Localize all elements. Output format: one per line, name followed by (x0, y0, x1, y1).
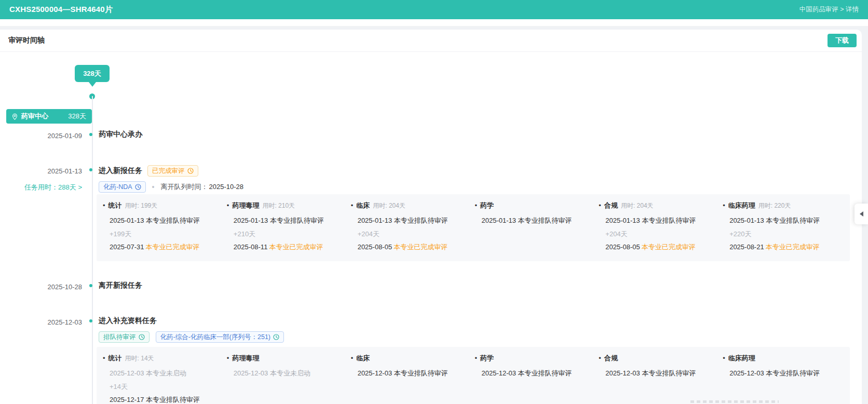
event-title: 进入新报任务 (99, 166, 142, 176)
specialty-header: 统计用时: 199天 (103, 201, 222, 210)
specialty-duration: 用时: 210天 (262, 201, 295, 210)
specialty-column: 药理毒理 2025-12-03 本专业未启动 (227, 354, 351, 404)
specialty-name: 临床 (356, 354, 370, 363)
event-node-icon (89, 168, 92, 171)
specialty-status: 2025-01-13 本专业排队待审评 (103, 216, 222, 225)
specialty-header: 合规用时: 204天 (599, 201, 717, 210)
event-title: 进入补充资料任务 (99, 316, 157, 326)
specialty-header: 临床用时: 204天 (351, 201, 470, 210)
specialty-delta-days: +204天 (351, 230, 470, 239)
queue-status-badge[interactable]: 排队待审评 (99, 331, 150, 343)
specialty-duration: 用时: 199天 (125, 201, 158, 210)
event-date: 2025-10-28 (0, 283, 82, 291)
specialty-delta-days: +220天 (723, 230, 842, 239)
clock-icon (187, 168, 194, 174)
specialty-name: 临床药理 (728, 354, 755, 363)
event-date: 2025-01-09 (0, 132, 82, 140)
specialty-delta-days: +210天 (227, 230, 346, 239)
leave-queue-time: 离开队列时间：2025-10-28 (160, 182, 243, 192)
specialty-delta-days: +14天 (103, 382, 222, 392)
clock-icon (273, 334, 279, 340)
specialty-status-done: 2025-08-05本专业已完成审评 (351, 243, 470, 252)
specialty-grid: 统计用时: 14天 2025-12-03 本专业未启动 +14天 2025-12… (97, 347, 850, 404)
event-node-icon (89, 319, 92, 322)
type-tag-badge[interactable]: 化药-NDA (99, 181, 146, 193)
specialty-grid: 统计用时: 199天 2025-01-13 本专业排队待审评 +199天 202… (97, 194, 850, 261)
specialty-status-done: 2025-08-05本专业已完成审评 (599, 243, 717, 252)
specialty-status: 2025-12-03 本专业排队待审评 (351, 369, 470, 378)
event-date: 2025-12-03 (0, 318, 82, 326)
specialty-header: 药理毒理用时: 210天 (227, 201, 346, 210)
specialty-column: 药理毒理用时: 210天 2025-01-13 本专业排队待审评 +210天 2… (227, 201, 351, 256)
review-center-badge: 药审中心 328天 (6, 109, 92, 124)
specialty-duration: 用时: 204天 (621, 201, 654, 210)
collapse-panel-tab[interactable] (855, 204, 868, 224)
specialty-status: 2025-12-03 本专业排队待审评 (474, 369, 593, 378)
specialty-status: 2025-01-13 本专业排队待审评 (474, 216, 593, 225)
specialty-status-done: 2025-07-31本专业已完成审评 (103, 243, 222, 252)
specialty-header: 药学 (474, 354, 593, 363)
specialty-column: 药学 2025-01-13 本专业排队待审评 (474, 201, 599, 256)
timeline-panel: 审评时间轴 下载 328天 药审中心 328天 2025-01-09 药审中心承… (0, 30, 862, 404)
specialty-header: 临床药理 (723, 354, 842, 363)
collapse-left-arrow-icon (860, 211, 863, 217)
event-title: 药审中心承办 (99, 130, 142, 139)
specialty-column: 统计用时: 14天 2025-12-03 本专业未启动 +14天 2025-12… (103, 354, 227, 404)
specialty-delta-days: +204天 (599, 230, 717, 239)
event-tags-row: 排队待审评 化药-综合-化药临床一部(序列号：251) (99, 331, 284, 343)
specialty-name: 统计 (108, 354, 122, 363)
specialty-status: 2025-01-13 本专业排队待审评 (599, 216, 717, 225)
task-duration-link[interactable]: 任务用时：288天 > (0, 183, 82, 192)
specialty-status: 2025-12-03 本专业未启动 (227, 369, 346, 378)
specialty-header: 药学 (474, 201, 593, 210)
specialty-status: 2025-12-03 本专业排队待审评 (723, 369, 842, 378)
specialty-delta-days: +199天 (103, 230, 222, 239)
specialty-status-done: 2025-08-21本专业已完成审评 (723, 243, 842, 252)
specialty-name: 临床 (356, 201, 370, 210)
specialty-column: 临床药理用时: 220天 2025-01-13 本专业排队待审评 +220天 2… (723, 201, 847, 256)
specialty-column: 统计用时: 199天 2025-01-13 本专业排队待审评 +199天 202… (103, 201, 227, 256)
specialty-status: 2025-12-17 本专业排队待审评 (103, 395, 222, 404)
specialty-status: 2025-01-13 本专业排队待审评 (227, 216, 346, 225)
top-header-bar: CXHS2500004—SHR4640片 中国药品审评 > 详情 (0, 0, 868, 19)
specialty-duration: 用时: 220天 (758, 201, 791, 210)
watermark (690, 400, 779, 403)
specialty-status: 2025-01-13 本专业排队待审评 (723, 216, 842, 225)
specialty-duration: 用时: 14天 (125, 354, 154, 363)
specialty-name: 临床药理 (728, 201, 755, 210)
panel-toolbar: 审评时间轴 下载 (0, 30, 862, 52)
specialty-header: 合规 (599, 354, 717, 363)
specialty-column: 合规用时: 204天 2025-01-13 本专业排队待审评 +204天 202… (599, 201, 723, 256)
specialty-header: 临床药理用时: 220天 (723, 201, 842, 210)
event-node-icon (89, 284, 92, 287)
specialty-header: 临床 (351, 354, 470, 363)
specialty-header: 统计用时: 14天 (103, 354, 222, 363)
download-button[interactable]: 下载 (828, 34, 857, 47)
specialty-name: 药学 (480, 201, 494, 210)
specialty-status: 2025-12-03 本专业排队待审评 (599, 369, 717, 378)
event-date: 2025-01-13 (0, 167, 82, 175)
specialty-column: 临床药理 2025-12-03 本专业排队待审评 (723, 354, 847, 404)
specialty-column: 临床 2025-12-03 本专业排队待审评 (351, 354, 475, 404)
review-center-days: 328天 (68, 112, 86, 121)
specialty-name: 合规 (604, 354, 618, 363)
specialty-column: 合规 2025-12-03 本专业排队待审评 (599, 354, 723, 404)
specialty-duration: 用时: 204天 (373, 201, 405, 210)
status-badge-completed[interactable]: 已完成审评 (147, 165, 198, 177)
specialty-column: 药学 2025-12-03 本专业排队待审评 (474, 354, 599, 404)
clock-icon (135, 184, 141, 190)
specialty-name: 药学 (480, 354, 494, 363)
panel-title: 审评时间轴 (8, 36, 45, 45)
location-pin-icon (12, 113, 18, 120)
specialty-name: 药理毒理 (232, 354, 259, 363)
specialty-name: 药理毒理 (232, 201, 259, 210)
dot-separator-icon (152, 183, 155, 191)
specialty-status: 2025-01-13 本专业排队待审评 (351, 216, 470, 225)
specialty-column: 临床用时: 204天 2025-01-13 本专业排队待审评 +204天 202… (351, 201, 475, 256)
timeline-line (92, 96, 93, 404)
department-tag-badge[interactable]: 化药-综合-化药临床一部(序列号：251) (156, 331, 284, 343)
total-days-bubble: 328天 (75, 65, 110, 82)
review-center-name: 药审中心 (21, 112, 48, 121)
breadcrumb[interactable]: 中国药品审评 > 详情 (799, 5, 859, 14)
clock-icon (139, 334, 145, 340)
